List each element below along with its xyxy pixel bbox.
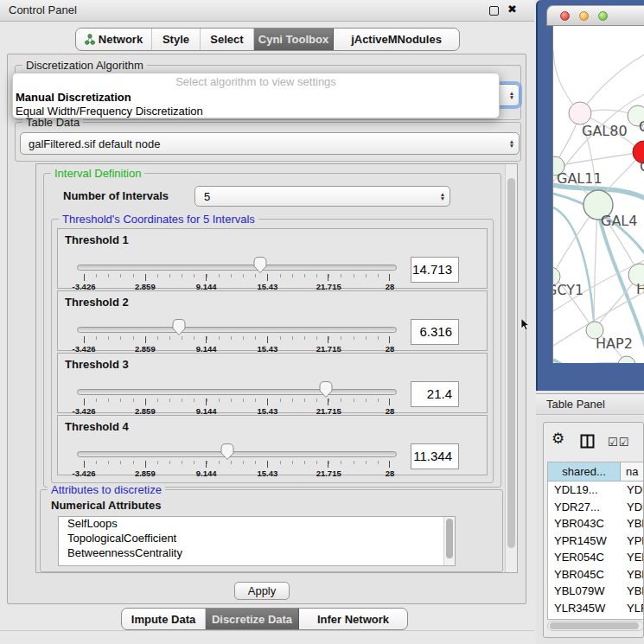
tab-cyni-toolbox[interactable]: Cyni Toolbox xyxy=(254,29,334,50)
bottom-tabbar: Impute Data Discretize Data Infer Networ… xyxy=(121,608,408,630)
table-panel-titlebar: Table Panel xyxy=(536,393,644,415)
network-node xyxy=(569,102,591,124)
threshold-slider[interactable]: -3.426 2.859 9.144 15.43 21.715 28 xyxy=(77,322,397,350)
list-item[interactable]: TopologicalCoefficient xyxy=(59,532,455,546)
network-window-titlebar[interactable] xyxy=(546,5,644,26)
settings-scrollbar[interactable] xyxy=(505,164,517,572)
cyni-toolbox-content: Discretization Algorithm ▲▼ Table Data g… xyxy=(7,54,526,604)
table-row[interactable]: YBL079WYBL0 xyxy=(548,583,643,600)
network-view-window: GAL80 GA C GAL11 GAL4 GCY1 H HAP2 xyxy=(536,0,644,391)
list-item[interactable]: SelfLoops xyxy=(59,517,455,532)
slider-ticks xyxy=(84,336,390,343)
panel-divider xyxy=(0,630,534,631)
slider-thumb[interactable] xyxy=(318,380,334,399)
application-window: Control Panel ✖ Network Style Select Cyn… xyxy=(0,0,644,644)
spinner-arrows-icon[interactable]: ▲▼ xyxy=(436,192,450,201)
threshold-label: Threshold 3 xyxy=(65,358,129,371)
apply-button[interactable]: Apply xyxy=(234,582,290,600)
threshold-value-field[interactable]: 11.344 xyxy=(411,443,459,469)
gear-icon[interactable]: ⚙ xyxy=(552,431,564,446)
table-row[interactable]: YPR145WYPR1 xyxy=(548,532,643,550)
table-row[interactable]: YIL052CYIL0 xyxy=(548,616,643,620)
zoom-traffic-light[interactable] xyxy=(598,11,608,21)
threshold-value-field[interactable]: 21.4 xyxy=(411,381,459,407)
table-data-combobox[interactable]: galFiltered.sif default node ▲▼ xyxy=(20,132,520,155)
tab-impute-data[interactable]: Impute Data xyxy=(122,609,206,629)
columns-icon[interactable] xyxy=(580,434,595,449)
network-node xyxy=(618,356,635,363)
thresholds-group-title: Threshold's Coordinates for 5 Intervals xyxy=(59,213,258,226)
tab-discretize-data[interactable]: Discretize Data xyxy=(206,609,299,629)
threshold-slider[interactable]: -3.426 2.859 9.144 15.43 21.715 28 xyxy=(77,447,397,475)
number-of-intervals-spinner[interactable]: 5 ▲▼ xyxy=(194,186,450,207)
node-label-gcy1: GCY1 xyxy=(553,282,583,298)
table-row[interactable]: YDR27...YDR2 xyxy=(548,499,643,516)
dropdown-option-equal-width[interactable]: Equal Width/Frequency Discretization xyxy=(13,105,499,118)
settings-scrollpane: Interval Definition Number of Intervals … xyxy=(35,163,518,573)
tick-label: 15.43 xyxy=(258,469,278,478)
numerical-attributes-label: Numerical Attributes xyxy=(51,499,161,512)
node-label-gal80: GAL80 xyxy=(582,123,628,139)
algorithm-dropdown-popup: Select algorithm to view settings Manual… xyxy=(12,73,500,118)
table-row[interactable]: YBR045CYBR0 xyxy=(548,566,643,583)
threshold-panel: Threshold 4 -3.426 2.859 xyxy=(57,415,488,475)
threshold-value-field[interactable]: 6.316 xyxy=(411,319,459,345)
threshold-label: Threshold 1 xyxy=(65,233,129,246)
thresholds-group: Threshold's Coordinates for 5 Intervals … xyxy=(51,219,494,483)
table-panel-body: ⚙ ☑☑ shared... na YDL19...YDL1 YDR27...Y… xyxy=(536,416,644,644)
network-graph: GAL80 GA C GAL11 GAL4 GCY1 H HAP2 xyxy=(553,26,644,363)
list-scrollbar[interactable] xyxy=(443,517,455,565)
column-header-shared-name[interactable]: shared... xyxy=(548,462,621,481)
table-row[interactable]: YLR345WYLR3 xyxy=(548,600,643,617)
close-icon[interactable]: ✖ xyxy=(507,3,517,16)
number-of-intervals-value: 5 xyxy=(195,190,436,203)
network-tab-icon xyxy=(85,34,95,45)
table-panel-title: Table Panel xyxy=(546,398,605,411)
top-tabbar: Network Style Select Cyni Toolbox jActiv… xyxy=(75,28,460,51)
node-label-clipped: H xyxy=(636,281,644,297)
minimize-traffic-light[interactable] xyxy=(579,11,589,21)
table-row[interactable]: YBR043CYBR0 xyxy=(548,515,643,532)
combo-arrows-icon: ▲▼ xyxy=(505,139,519,148)
slider-thumb[interactable] xyxy=(171,318,187,336)
table-row[interactable]: YDL19...YDL1 xyxy=(548,481,643,499)
checkbox-icons[interactable]: ☑☑ xyxy=(608,436,629,449)
table-row[interactable]: YER054CYER0 xyxy=(548,549,643,566)
slider-thumb[interactable] xyxy=(252,256,268,274)
close-traffic-light[interactable] xyxy=(560,11,570,21)
threshold-label: Threshold 2 xyxy=(65,296,129,309)
tab-jactivemnodules[interactable]: jActiveMNodules xyxy=(334,29,459,50)
dropdown-option-manual[interactable]: Manual Discretization xyxy=(13,91,499,105)
tick-label: 9.144 xyxy=(196,469,217,478)
tick-label: 28 xyxy=(386,469,395,478)
threshold-label: Threshold 4 xyxy=(65,420,129,433)
control-panel-titlebar: Control Panel ✖ xyxy=(0,0,534,22)
tab-select[interactable]: Select xyxy=(201,29,254,50)
threshold-slider[interactable]: -3.426 2.859 9.144 15.43 21.715 28 xyxy=(77,260,397,288)
attributes-group: Attributes to discretize Numerical Attri… xyxy=(40,489,503,572)
tab-infer-network[interactable]: Infer Network xyxy=(299,609,407,629)
attributes-listbox[interactable]: SelfLoops TopologicalCoefficient Between… xyxy=(58,516,456,566)
threshold-value-field[interactable]: 14.713 xyxy=(411,257,459,283)
table-horizontal-scrollbar[interactable] xyxy=(547,621,644,631)
float-window-icon[interactable] xyxy=(489,6,499,16)
node-label-hap2: HAP2 xyxy=(596,335,633,352)
number-of-intervals-label: Number of Intervals xyxy=(63,189,169,202)
list-item[interactable]: BetweennessCentrality xyxy=(59,546,455,561)
combo-arrows-icon: ▲▼ xyxy=(505,91,519,99)
tab-style[interactable]: Style xyxy=(152,29,201,50)
slider-thumb[interactable] xyxy=(220,443,235,461)
tick-label: 21.715 xyxy=(316,469,341,478)
node-label-gal11: GAL11 xyxy=(557,170,603,187)
column-header-name[interactable]: na xyxy=(621,462,643,481)
tab-network[interactable]: Network xyxy=(76,29,152,50)
threshold-panel: Threshold 2 -3.426 2.859 xyxy=(57,290,488,351)
threshold-slider[interactable]: -3.426 2.859 9.144 15.43 21.715 28 xyxy=(77,385,397,412)
tick-label: 2.859 xyxy=(135,469,156,478)
network-canvas[interactable]: GAL80 GA C GAL11 GAL4 GCY1 H HAP2 xyxy=(552,26,644,363)
slider-ticks xyxy=(84,274,390,281)
dropdown-placeholder: Select algorithm to view settings xyxy=(13,73,499,91)
table-data-value: galFiltered.sif default node xyxy=(21,137,505,150)
interval-definition-group: Interval Definition Number of Intervals … xyxy=(43,173,501,488)
interval-definition-title: Interval Definition xyxy=(51,167,144,180)
